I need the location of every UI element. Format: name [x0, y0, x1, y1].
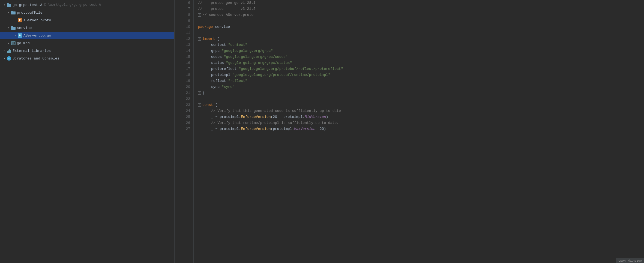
go-file-icon: G: [17, 33, 22, 38]
tree-item-external-libraries[interactable]: External Libraries: [0, 47, 174, 55]
code-line-27: _ = protoimpl.EnforceVersion(protoimpl.M…: [198, 126, 644, 132]
svg-rect-3: [11, 11, 13, 12]
tree-path-root: C:\work\golang\go-grpc-test-A: [44, 3, 101, 7]
svg-rect-2: [11, 11, 16, 14]
line-num-15: 15: [175, 54, 190, 60]
tree-item-protobuffile[interactable]: protobufFile: [0, 9, 174, 16]
tree-label-protobuffile: protobufFile: [17, 11, 43, 15]
tree-label-aserver-pb-go: AServer.pb.go: [23, 34, 51, 38]
code-line-20: sync "sync": [198, 84, 644, 90]
svg-rect-6: [11, 41, 15, 45]
code-line-18: protoimpl "google.golang.org/protobuf/ru…: [198, 72, 644, 78]
bar-chart-icon: [7, 48, 11, 53]
tree-item-aserver-proto[interactable]: P AServer.proto: [0, 16, 174, 24]
folder-icon: [11, 25, 16, 30]
tree-label-scratches: Scratches and Consoles: [13, 56, 59, 61]
code-line-11: [198, 30, 644, 36]
code-line-26: // Verify that runtime/protoimpl is suff…: [198, 120, 644, 126]
code-line-17: protoreflect "google.golang.org/protobuf…: [198, 66, 644, 72]
line-num-13: 13: [175, 42, 190, 48]
status-text: CSON ✦kins100: [618, 259, 642, 262]
line-num-7: 7: [175, 6, 190, 12]
line-num-12: 12: [175, 36, 190, 42]
line-num-11: 11: [175, 30, 190, 36]
mod-file-icon: [11, 41, 16, 46]
fold-marker-23[interactable]: ⊟: [198, 103, 201, 107]
line-num-25: 25: [175, 114, 190, 120]
svg-rect-4: [11, 27, 16, 30]
code-line-10: package service: [198, 24, 644, 30]
line-num-17: 17: [175, 66, 190, 72]
line-num-19: 19: [175, 78, 190, 84]
tree-item-scratches[interactable]: ◎ Scratches and Consoles: [0, 55, 174, 62]
line-num-21: 21: [175, 90, 190, 96]
scratch-icon: ◎: [7, 56, 11, 61]
line-num-24: 24: [175, 108, 190, 114]
code-line-6: // protoc-gen-go v1.28.1: [198, 0, 644, 6]
code-line-16: status "google.golang.org/grpc/status": [198, 60, 644, 66]
line-numbers: 6 7 8 9 10 11 12 13 14 15 16 17 18 19 20…: [175, 0, 194, 263]
line-num-27: 27: [175, 126, 190, 132]
tree-label-external-libraries: External Libraries: [13, 49, 51, 53]
code-line-12: ⊟import (: [198, 36, 644, 42]
line-num-16: 16: [175, 60, 190, 66]
line-num-22: 22: [175, 96, 190, 102]
status-bar: CSON ✦kins100: [616, 258, 644, 263]
chevron-aserver-pb-go: [13, 33, 17, 38]
line-num-26: 26: [175, 120, 190, 126]
tree-item-service[interactable]: service: [0, 24, 174, 32]
svg-rect-5: [11, 26, 13, 27]
tree-item-aserver-pb-go[interactable]: G AServer.pb.go: [0, 32, 174, 39]
chevron-external-libraries: [2, 49, 7, 53]
code-line-23: ⊟const (: [198, 102, 644, 108]
tree-label-go-mod: go.mod: [17, 41, 30, 45]
line-num-8: 8: [175, 12, 190, 18]
line-num-10: 10: [175, 24, 190, 30]
tree-label-root: go-grpc-test-A: [13, 3, 42, 7]
tree-item-root[interactable]: go-grpc-test-A C:\work\golang\go-grpc-te…: [0, 1, 174, 9]
tree-label-service: service: [17, 26, 32, 30]
chevron-go-mod: [7, 41, 11, 45]
code-editor[interactable]: 6 7 8 9 10 11 12 13 14 15 16 17 18 19 20…: [175, 0, 644, 263]
fold-marker-21[interactable]: ⊟: [198, 91, 201, 95]
chevron-scratches: [2, 56, 7, 61]
fold-marker-12[interactable]: ⊟: [198, 37, 201, 41]
code-line-8: ⊟// source: AServer.proto: [198, 12, 644, 18]
folder-icon: [11, 10, 16, 15]
tree-item-go-mod[interactable]: go.mod: [0, 39, 174, 47]
proto-icon: P: [17, 18, 22, 23]
code-line-14: grpc "google.golang.org/grpc": [198, 48, 644, 54]
tree-label-aserver-proto: AServer.proto: [23, 18, 51, 22]
code-line-21: ⊟): [198, 90, 644, 96]
code-line-24: // Verify that this generated code is su…: [198, 108, 644, 114]
line-num-23: 23: [175, 102, 190, 108]
code-line-9: [198, 18, 644, 24]
code-line-13: context "context": [198, 42, 644, 48]
chevron-root: [2, 3, 7, 7]
code-line-25: _ = protoimpl.EnforceVersion(20 - protoi…: [198, 114, 644, 120]
line-num-20: 20: [175, 84, 190, 90]
code-line-22: [198, 96, 644, 102]
code-content[interactable]: // protoc-gen-go v1.28.1 // protoc v3.21…: [194, 0, 644, 263]
line-num-14: 14: [175, 48, 190, 54]
line-num-18: 18: [175, 72, 190, 78]
code-line-15: codes "google.golang.org/grpc/codes": [198, 54, 644, 60]
chevron-service: [7, 26, 11, 30]
folder-icon: [7, 2, 11, 7]
svg-rect-1: [7, 3, 9, 4]
chevron-protobuffile: [7, 10, 11, 15]
file-tree[interactable]: go-grpc-test-A C:\work\golang\go-grpc-te…: [0, 0, 175, 263]
code-line-19: reflect "reflect": [198, 78, 644, 84]
svg-rect-0: [7, 4, 11, 7]
fold-marker-8[interactable]: ⊟: [198, 13, 201, 17]
code-line-7: // protoc v3.21.5: [198, 6, 644, 12]
line-num-9: 9: [175, 18, 190, 24]
line-num-6: 6: [175, 0, 190, 6]
